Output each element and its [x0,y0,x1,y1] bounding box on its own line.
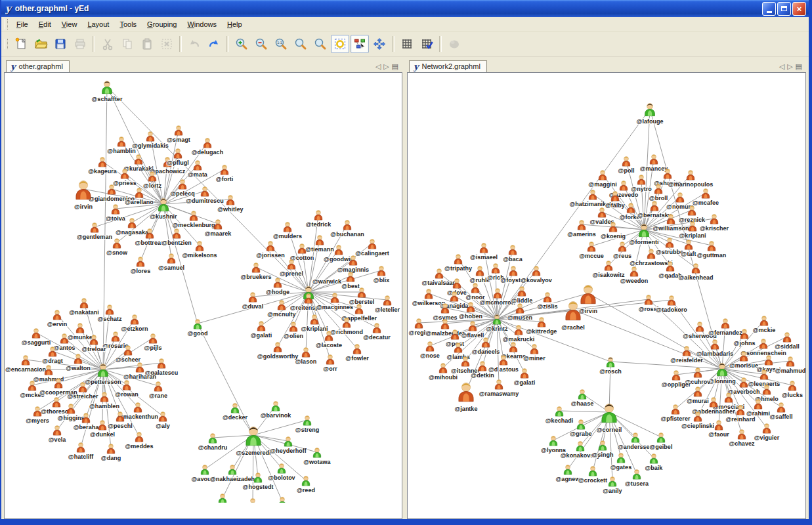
zoom-original-icon[interactable]: 1:1 [272,35,290,53]
close-button[interactable]: × [792,2,806,16]
graph-node-reed[interactable]: @reed [297,476,315,494]
maximize-button[interactable] [777,2,791,16]
graph-node-saggurti[interactable]: @saggurti [22,329,51,346]
graph-node-kushnir[interactable]: @kushnir [150,199,177,220]
graph-node-lambadaris[interactable]: @lambadaris [696,340,733,357]
graph-node-decker[interactable]: @decker [223,404,247,421]
graph-node-irvin[interactable]: @irvin [579,285,597,314]
graph-node-lores[interactable]: @lores [131,257,150,274]
graph-node-mccue[interactable]: @mccue [579,242,603,259]
edit-mode-icon[interactable] [351,35,369,53]
zoom-in-icon[interactable] [232,35,251,53]
save-icon[interactable] [51,35,70,53]
titlebar[interactable]: y other.graphml - yEd × [1,0,809,17]
grid-icon[interactable] [398,35,416,53]
open-icon[interactable] [32,35,50,53]
graph-node-walton[interactable]: @walton [66,354,90,371]
graph-node-guttman[interactable]: @guttman [697,242,726,259]
graph-node-poll[interactable]: @poll [618,157,635,174]
graph-node-smagt[interactable]: @smagt [167,126,190,143]
graph-node-snow[interactable]: @snow [106,239,128,256]
graph-node-kageura[interactable]: @kageura [88,158,117,175]
graph-node-anderssen[interactable]: @anderssen [618,433,653,450]
menu-tools[interactable]: Tools [114,19,142,30]
graph-node-wotawa[interactable]: @wotawa [303,448,331,465]
graph-node-nakatani[interactable]: @nakatani [69,299,98,316]
graph-node-malzbender[interactable]: @malzbender [426,320,465,337]
menu-grouping[interactable]: Grouping [142,19,182,30]
graph-node-fernandez[interactable]: @fernandez [708,319,742,336]
graph-node-schaffter[interactable]: @schaffter [92,81,123,103]
graph-node-kodama[interactable]: @kodama [209,494,238,503]
menu-file[interactable]: File [11,19,33,30]
graph-node-agnew[interactable]: @agnew [556,465,581,482]
graph-node-jorissen[interactable]: @jorissen [256,242,284,259]
tab-list-icon[interactable]: ▤ [392,62,398,71]
graph-node-fowler[interactable]: @fowler [345,345,369,362]
graph-node-pijls[interactable]: @pijls [144,334,162,351]
graph-node-saffell[interactable]: @saffell [770,403,793,420]
graph-node-lyonns[interactable]: @lyonns [541,436,566,453]
graph-node-chandru[interactable]: @chandru [198,434,227,451]
graph-node-flavell[interactable]: @flavell [461,322,484,339]
graph-node-corneil[interactable]: @corneil [597,404,622,433]
graph-node-lason[interactable]: @lason [295,348,316,365]
graph-node-broll[interactable]: @broll [649,184,668,201]
graph-node-decatur[interactable]: @decatur [363,324,391,341]
graph-node-orr[interactable]: @orr [323,355,337,372]
graph-node-chavez[interactable]: @chavez [729,430,755,447]
graph-node-tripathy[interactable]: @tripathy [444,255,472,272]
graph-node-tusera[interactable]: @tusera [625,470,649,487]
tab-next-icon[interactable]: ▷ [383,62,389,71]
graph-node-encarnacion[interactable]: @encarnacion [5,356,46,373]
graph-node-lafouge[interactable]: @lafouge [637,104,664,125]
tab-prev-icon[interactable]: ◁ [375,62,381,71]
graph-node-rosch[interactable]: @rosch [599,358,621,375]
graph-node-gentleman[interactable]: @gentleman [77,223,112,240]
graph-node-etzkorn[interactable]: @etzkorn [121,315,148,332]
graph-node-strubbe[interactable]: @strubbe [656,238,683,255]
graph-node-samuel[interactable]: @samuel [158,254,184,271]
graph-node-kriplani[interactable]: @kriplani [301,315,328,332]
graph-node-mckie[interactable]: @mckie [753,316,775,333]
graph-node-meddes[interactable]: @meddes [125,432,154,450]
graph-node-forti[interactable]: @forti [216,165,233,182]
menu-help[interactable]: Help [222,19,247,30]
graph-node-murai[interactable]: @murai [687,387,708,404]
graph-node-aikenhead[interactable]: @aikenhead [679,264,714,281]
graph-node-hatcliff[interactable]: @hatcliff [68,443,94,460]
graph-node-tolbert[interactable]: @tolbert [270,497,295,503]
graph-node-wenocur[interactable]: @wenocur [238,499,268,503]
graph-node-good[interactable]: @good [188,320,208,337]
graph-node-nose[interactable]: @nose [420,342,440,359]
tab-next-icon[interactable]: ▷ [787,62,792,71]
graph-node-tedrick[interactable]: @tedrick [306,211,331,228]
toolbar-grip[interactable] [5,39,8,49]
graph-node-geibel[interactable]: @geibel [650,433,673,450]
tab-network2-graphml[interactable]: y Network2.graphml [409,60,487,72]
minimize-button[interactable] [762,2,776,16]
graph-node-calingaert[interactable]: @calingaert [355,240,389,257]
graph-node-szemeredi[interactable]: @szemeredi [236,427,271,456]
graph-node-toiva[interactable]: @toiva [106,205,126,222]
graph-node-ervin[interactable]: @ervin [47,310,67,327]
tab-prev-icon[interactable]: ◁ [779,62,784,71]
fit-content-icon[interactable] [331,35,349,53]
snap-grid-icon[interactable] [417,35,436,53]
graph-node-letelier[interactable]: @letelier [375,296,400,313]
graph-node-viguier[interactable]: @viguier [754,424,780,441]
menu-edit[interactable]: Edit [33,19,56,30]
menu-layout[interactable]: Layout [82,19,114,30]
graph-node-barvinok[interactable]: @barvinok [261,402,291,419]
graph-node-delugach[interactable]: @delugach [192,138,223,156]
graph-node-nytro[interactable]: @nytro [631,175,652,192]
graph-node-galati[interactable]: @galati [251,322,272,339]
graph-node-vela[interactable]: @vela [49,426,66,443]
graph-node-mcafee[interactable]: @mcafee [693,189,719,206]
graph-node-prenel[interactable]: @prenel [280,260,303,277]
graph-node-best[interactable]: @best [341,272,359,289]
graph-node-kechadi[interactable]: @kechadi [545,407,573,424]
graph-node-mata[interactable]: @mata [188,161,208,178]
graph-node-zislis[interactable]: @zislis [538,293,558,310]
pan-icon[interactable] [370,35,389,53]
